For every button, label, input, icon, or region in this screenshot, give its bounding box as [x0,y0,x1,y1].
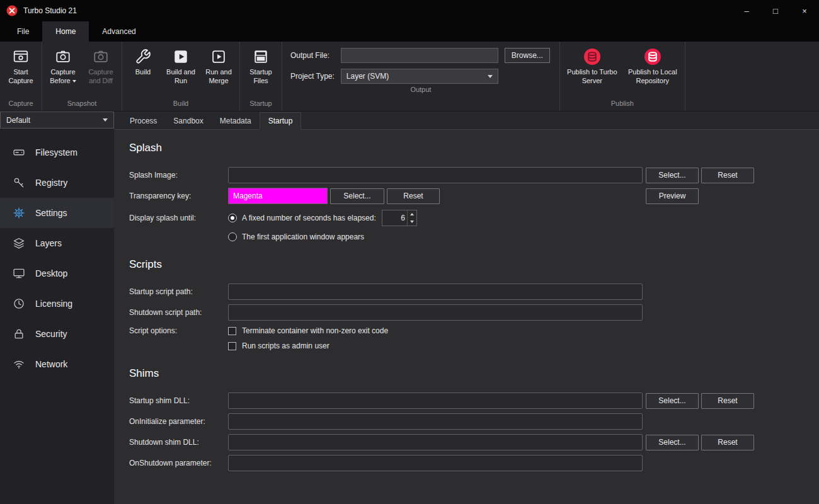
main-area: Default Filesystem Registry [0,112,819,504]
admin-option-row: Run scripts as admin user [129,341,754,350]
splash-heading: Splash [129,142,804,154]
first-window-radio[interactable] [228,232,237,241]
shutdown-script-label: Shutdown script path: [129,308,228,317]
startup-files-icon [253,48,269,65]
sidebar-item-registry[interactable]: Registry [0,168,114,198]
sidebar-item-layers[interactable]: Layers [0,228,114,258]
splash-image-row: Splash Image: Select... Reset [129,167,754,183]
fixed-seconds-radio[interactable] [228,214,237,222]
wifi-icon [13,358,25,370]
publish-to-local-repository-label: Publish to Local Repository [622,68,683,86]
startup-shim-reset-button[interactable]: Reset [701,393,754,409]
ribbon-group-startup: Startup Files Startup [240,42,282,111]
project-type-select[interactable]: Layer (SVM) [341,69,498,84]
close-button[interactable]: × [790,0,819,21]
shutdown-script-input[interactable] [228,304,643,321]
shutdown-shim-reset-button[interactable]: Reset [701,435,754,450]
shutdown-shim-label: Shutdown shim DLL: [129,438,228,447]
publish-to-turbo-server-button[interactable]: Publish to Turbo Server [562,45,622,86]
project-type-value: Layer (SVM) [346,72,389,81]
monitor-icon [13,267,25,280]
ribbon-group-output: Output File: Browse... Project Type: Lay… [282,42,560,111]
app-logo-icon [6,5,18,16]
output-file-label: Output File: [290,51,335,60]
startup-shim-select-button[interactable]: Select... [646,393,699,409]
tab-process[interactable]: Process [122,112,165,130]
start-capture-button[interactable]: Start Capture [2,45,40,86]
run-as-admin-label: Run scripts as admin user [242,341,329,350]
transparency-reset-button[interactable]: Reset [387,188,440,204]
terminate-container-checkbox[interactable] [228,327,236,335]
sidebar-item-label: Settings [35,208,67,218]
sidebar-item-filesystem[interactable]: Filesystem [0,137,114,168]
clock-icon [13,297,25,310]
scripts-heading: Scripts [129,258,804,271]
startup-files-button[interactable]: Startup Files [242,45,280,86]
startup-script-row: Startup script path: [129,284,754,300]
tab-startup[interactable]: Startup [260,112,302,130]
shutdown-shim-select-button[interactable]: Select... [646,435,699,450]
startup-script-input[interactable] [228,284,643,300]
menu-tab-advanced[interactable]: Advanced [89,21,149,42]
shims-heading: Shims [129,367,804,380]
transparency-select-button[interactable]: Select... [330,188,384,204]
shutdown-shim-row: Shutdown shim DLL: Select... Reset [129,434,754,450]
capture-and-diff-label: Capture and Diff [82,68,120,86]
maximize-button[interactable]: □ [761,0,790,21]
tab-sandbox[interactable]: Sandbox [165,112,211,130]
start-capture-label: Start Capture [2,68,40,86]
terminate-container-label: Terminate container with non-zero exit c… [242,326,388,335]
splash-image-select-button[interactable]: Select... [646,168,699,183]
display-splash-label: Display splash until: [129,214,228,222]
startup-script-label: Startup script path: [129,287,228,296]
seconds-input[interactable] [382,210,407,226]
publish-server-icon [583,48,601,65]
ribbon-group-label-snapshot: Snapshot [44,98,120,111]
build-and-run-button[interactable]: Build and Run [162,45,200,86]
drive-icon [13,146,25,159]
publish-to-turbo-server-label: Publish to Turbo Server [562,68,622,86]
spinner-down-icon[interactable] [408,218,416,226]
spinner-up-icon[interactable] [408,210,416,218]
transparency-swatch: Magenta [228,188,328,204]
transparency-row: Transparency key: Magenta Select... Rese… [129,188,754,204]
startup-shim-input[interactable] [228,392,643,409]
output-file-input[interactable] [341,48,498,63]
sidebar: Default Filesystem Registry [0,112,114,504]
preview-button[interactable]: Preview [646,188,699,204]
shutdown-script-row: Shutdown script path: [129,304,754,321]
build-button[interactable]: Build [124,45,162,77]
ribbon-group-label-output: Output [284,84,558,97]
shutdown-shim-input[interactable] [228,434,643,450]
sidebar-item-licensing[interactable]: Licensing [0,289,114,319]
oninitialize-input[interactable] [228,413,643,430]
onshutdown-input[interactable] [228,455,643,471]
run-and-merge-button[interactable]: Run and Merge [200,45,238,86]
sidebar-item-security[interactable]: Security [0,319,114,349]
capture-before-label: Capture Before [44,68,82,86]
profile-dropdown[interactable]: Default [0,112,114,129]
capture-before-button[interactable]: Capture Before [44,45,82,86]
splash-image-reset-button[interactable]: Reset [701,168,754,183]
browse-button[interactable]: Browse... [505,48,550,63]
menu-tab-file[interactable]: File [4,21,42,42]
camera-diff-icon [93,48,109,65]
sidebar-item-desktop[interactable]: Desktop [0,258,114,289]
tab-metadata[interactable]: Metadata [212,112,260,130]
key-icon [13,176,25,189]
sidebar-item-label: Layers [35,238,62,248]
publish-to-local-repository-button[interactable]: Publish to Local Repository [622,45,683,86]
minimize-button[interactable]: – [732,0,761,21]
menu-tab-home[interactable]: Home [42,21,89,42]
sidebar-item-settings[interactable]: Settings [0,198,114,228]
layers-icon [13,237,25,249]
play-merge-icon [210,48,227,65]
sidebar-item-network[interactable]: Network [0,349,114,379]
capture-and-diff-button[interactable]: Capture and Diff [82,45,120,86]
splash-image-input[interactable] [228,167,643,183]
ribbon-group-capture: Start Capture Capture [0,42,42,111]
ribbon-group-snapshot: Capture Before Capture and Diff Snapshot [42,42,122,111]
titlebar: Turbo Studio 21 – □ × [0,0,819,21]
chevron-down-icon [72,80,76,83]
run-as-admin-checkbox[interactable] [228,342,236,350]
